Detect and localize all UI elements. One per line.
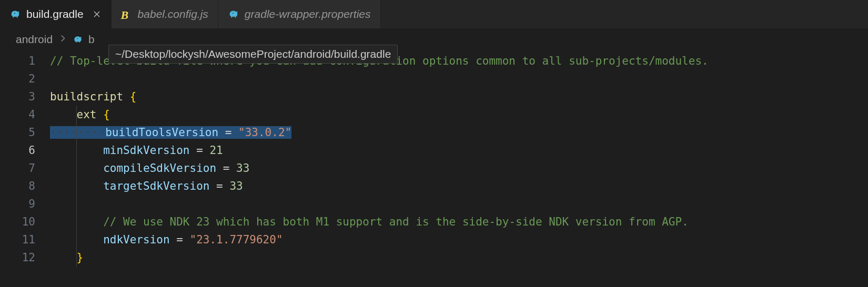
code-line[interactable]: ········buildToolsVersion = "33.0.2" bbox=[50, 124, 868, 141]
chevron-right-icon bbox=[58, 33, 67, 46]
code-line[interactable]: ndkVersion = "23.1.7779620" bbox=[50, 231, 868, 249]
line-number: 11 bbox=[0, 231, 35, 249]
tab-label: build.gradle bbox=[26, 8, 84, 20]
code-line[interactable]: minSdkVersion = 21 bbox=[50, 141, 868, 159]
breadcrumb-part: b bbox=[88, 33, 95, 46]
line-number: 12 bbox=[0, 249, 35, 266]
babel-icon: B bbox=[121, 8, 133, 20]
tab-build-gradle[interactable]: build.gradle bbox=[0, 0, 112, 28]
line-number: 9 bbox=[0, 195, 35, 213]
code-line[interactable]: } bbox=[50, 249, 868, 266]
line-number: 7 bbox=[0, 159, 35, 177]
tab-gradle-wrapper[interactable]: gradle-wrapper.properties bbox=[218, 0, 381, 28]
line-number: 5 bbox=[0, 124, 35, 141]
line-number: 4 bbox=[0, 106, 35, 124]
tab-babel-config[interactable]: B babel.config.js bbox=[112, 0, 218, 28]
elephant-icon bbox=[228, 8, 239, 20]
breadcrumb-part: android bbox=[16, 33, 53, 46]
elephant-icon bbox=[73, 34, 83, 45]
tab-label: babel.config.js bbox=[138, 8, 208, 20]
code-line[interactable] bbox=[50, 70, 868, 88]
line-number: 6 bbox=[0, 141, 35, 159]
line-number: 8 bbox=[0, 177, 35, 195]
line-number: 2 bbox=[0, 70, 35, 88]
elephant-icon bbox=[9, 8, 21, 20]
line-number: 3 bbox=[0, 88, 35, 106]
code-line[interactable]: targetSdkVersion = 33 bbox=[50, 177, 868, 195]
code-line[interactable]: // We use NDK 23 which has both M1 suppo… bbox=[50, 213, 868, 231]
path-tooltip: ~/Desktop/lockysh/AwesomeProject/android… bbox=[108, 45, 398, 64]
line-number: 1 bbox=[0, 52, 35, 70]
tabs-container: build.gradle B babel.config.js gradle-wr… bbox=[0, 0, 868, 29]
code-line[interactable]: ext { bbox=[50, 106, 868, 124]
code-line[interactable] bbox=[50, 195, 868, 213]
code-area[interactable]: // Top-level build file where you can ad… bbox=[50, 52, 868, 266]
line-number: 10 bbox=[0, 213, 35, 231]
code-line[interactable]: compileSdkVersion = 33 bbox=[50, 159, 868, 177]
code-editor[interactable]: 123456789101112 // Top-level build file … bbox=[0, 50, 868, 266]
line-gutter: 123456789101112 bbox=[0, 52, 50, 266]
tab-label: gradle-wrapper.properties bbox=[245, 8, 371, 20]
close-icon[interactable] bbox=[92, 9, 102, 19]
code-line[interactable]: buildscript { bbox=[50, 88, 868, 106]
